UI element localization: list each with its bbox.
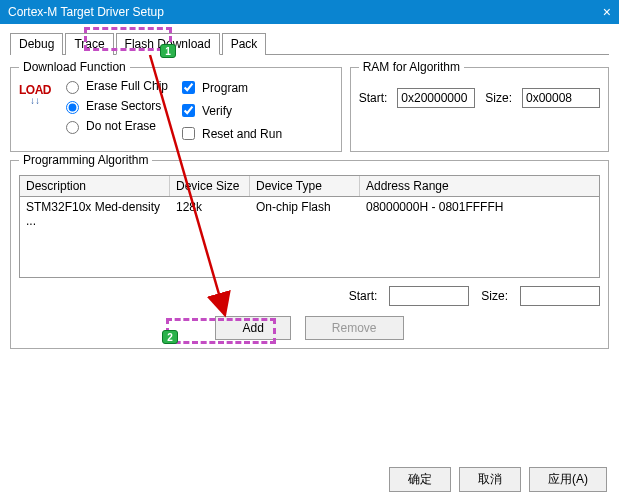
input-ram-start[interactable] [397, 88, 475, 108]
tab-pack[interactable]: Pack [222, 33, 267, 55]
algorithm-table: Description Device Size Device Type Addr… [19, 175, 600, 278]
label-ram-size: Size: [485, 91, 512, 105]
group-programming-algorithm: Programming Algorithm Description Device… [10, 160, 609, 349]
remove-button[interactable]: Remove [305, 316, 404, 340]
label-ram-start: Start: [359, 91, 388, 105]
group-ram-algorithm: RAM for Algorithm Start: Size: [350, 67, 609, 152]
window-title: Cortex-M Target Driver Setup [8, 5, 164, 19]
col-device-size[interactable]: Device Size [170, 176, 250, 196]
tab-strip: Debug Trace Flash Download Pack [10, 32, 609, 55]
input-alg-start[interactable] [389, 286, 469, 306]
checkbox-reset-and-run[interactable]: Reset and Run [178, 124, 282, 143]
tab-trace[interactable]: Trace [65, 33, 113, 55]
add-button[interactable]: Add [215, 316, 290, 340]
col-address-range[interactable]: Address Range [360, 176, 599, 196]
group-download-function: Download Function LOAD ↓↓ Erase Full Chi… [10, 67, 342, 152]
radio-erase-sectors[interactable]: Erase Sectors [61, 98, 168, 114]
checkbox-verify[interactable]: Verify [178, 101, 282, 120]
titlebar: Cortex-M Target Driver Setup × [0, 0, 619, 24]
cancel-button[interactable]: 取消 [459, 467, 521, 492]
annotation-badge-2: 2 [162, 330, 178, 344]
table-row[interactable]: STM32F10x Med-density ... 128k On-chip F… [20, 197, 599, 231]
legend-ram-algorithm: RAM for Algorithm [359, 60, 464, 74]
radio-do-not-erase[interactable]: Do not Erase [61, 118, 168, 134]
annotation-badge-1: 1 [160, 44, 176, 58]
tab-debug[interactable]: Debug [10, 33, 63, 55]
col-description[interactable]: Description [20, 176, 170, 196]
close-icon[interactable]: × [603, 0, 611, 24]
input-alg-size[interactable] [520, 286, 600, 306]
ok-button[interactable]: 确定 [389, 467, 451, 492]
apply-button[interactable]: 应用(A) [529, 467, 607, 492]
load-icon: LOAD ↓↓ [19, 78, 51, 110]
dialog-footer: 确定 取消 应用(A) [389, 467, 607, 492]
label-alg-start: Start: [349, 289, 378, 303]
checkbox-program[interactable]: Program [178, 78, 282, 97]
label-alg-size: Size: [481, 289, 508, 303]
radio-erase-full-chip[interactable]: Erase Full Chip [61, 78, 168, 94]
input-ram-size[interactable] [522, 88, 600, 108]
col-device-type[interactable]: Device Type [250, 176, 360, 196]
legend-programming-algorithm: Programming Algorithm [19, 153, 152, 167]
legend-download-function: Download Function [19, 60, 130, 74]
dialog-content: Debug Trace Flash Download Pack Download… [0, 24, 619, 361]
